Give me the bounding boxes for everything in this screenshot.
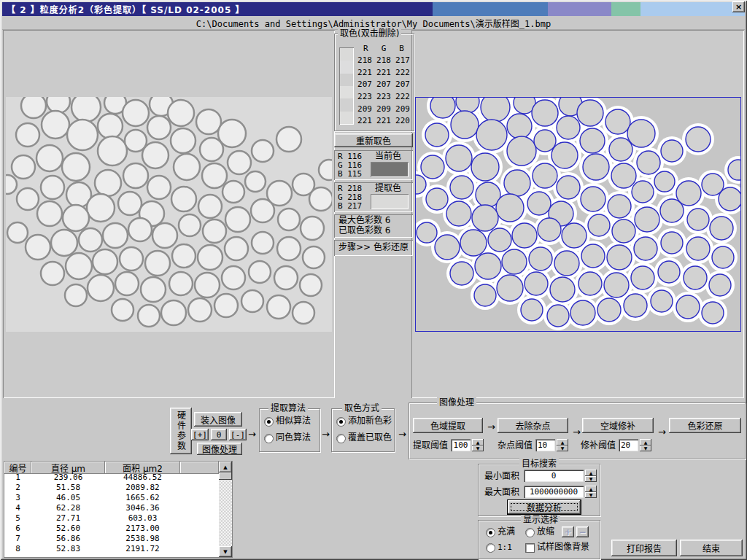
radio-one-to-one[interactable] [486,543,495,553]
spin-up-icon[interactable]: ▲ [585,486,597,492]
spin-up-icon[interactable]: ▲ [557,439,568,446]
sample-bg-checkbox[interactable] [525,543,535,553]
table-row[interactable]: 852.832191.72 [4,544,219,554]
remove-noise-button[interactable]: 去除杂点 [498,418,568,433]
table-row[interactable]: 1239.0644886.52 [4,472,219,483]
step-hint-label: 步骤>> 色彩还原 [338,243,409,252]
table-row[interactable]: 652.602173.00 [4,524,219,534]
scroll-up-icon[interactable]: ▲ [219,462,232,472]
repick-color-button[interactable]: 重新取色 [334,133,413,147]
zoom-out-button[interactable]: − [576,526,589,537]
radio-add-new-color[interactable] [336,417,346,427]
radio-fill[interactable] [486,528,495,537]
title-bar[interactable]: 【 2 】粒度分析2（彩色提取）【 SS/LD 02-2005 】 [2,2,745,16]
same-color-algorithm-label[interactable]: 同色算法 [276,433,311,443]
spin-down-icon[interactable]: ▼ [640,446,651,452]
picked-color-row[interactable]: 207207207 [355,78,412,90]
flow-arrow-icon: → [573,427,581,437]
table-row[interactable]: 251.582089.82 [4,483,219,493]
color-restore-button[interactable]: 色彩还原 [669,418,741,433]
radio-zoom[interactable] [525,528,535,537]
spin-down-icon[interactable]: ▼ [585,492,597,499]
spin-up-icon[interactable]: ▲ [472,439,484,446]
table-row[interactable]: 527.71603.03 [4,513,219,524]
picked-color-swatch[interactable] [340,98,353,111]
zoom-level-button[interactable]: 0 [211,429,227,440]
picked-color-swatch[interactable] [340,86,353,98]
repair-threshold-spinner[interactable]: ▲▼ [640,439,651,451]
processed-outline-image[interactable] [415,97,741,332]
picked-color-swatch[interactable] [340,61,353,73]
source-image-panel[interactable] [3,30,335,398]
zoom-plus-button[interactable]: [+] [191,429,209,440]
table-scrollbar[interactable]: ▲ ▼ [219,462,232,557]
extract-color-swatch [371,194,409,209]
sample-bg-label[interactable]: 试样图像背景 [537,542,589,552]
zoom-minus-button[interactable]: [-] [229,429,247,440]
table-row[interactable]: 756.862538.98 [4,534,219,544]
extract-threshold-spinner[interactable]: ▲▼ [472,439,484,451]
spin-down-icon[interactable]: ▼ [557,446,568,452]
picked-color-row[interactable]: 221221220 [355,114,412,127]
extract-b: B 217 [338,201,362,211]
print-report-button[interactable]: 打印报告 [611,540,677,556]
picked-color-swatch[interactable] [340,48,353,61]
table-row[interactable]: 346.051665.62 [4,493,219,503]
min-area-field[interactable]: 0 [524,470,584,482]
zoom-in-button[interactable]: + [562,526,574,537]
hardware-params-button[interactable]: 硬件参数 [170,408,192,454]
picked-color-row[interactable]: 209209209 [355,103,412,115]
color-count-panel: 最大色彩数 6 已取色彩数 6 [334,214,413,238]
processed-image-panel[interactable] [411,30,744,398]
spin-down-icon[interactable]: ▼ [585,476,597,483]
target-search-label: 目标搜索 [519,459,559,469]
scrollbar-thumb[interactable] [219,472,232,480]
picked-colors-group-label: 取色(双击删除) [338,28,401,39]
picked-color-row[interactable]: 218218217 [355,54,412,66]
add-new-color-label[interactable]: 添加新色彩 [348,416,392,426]
results-table-body[interactable]: 1239.0644886.52251.582089.82346.051665.6… [4,472,219,557]
radio-similar-algorithm[interactable] [264,417,274,427]
overwrite-color-label[interactable]: 覆盖已取色 [348,433,392,443]
picked-color-row[interactable]: 223223222 [355,90,412,103]
source-microscope-image[interactable] [6,97,332,332]
noise-threshold-spinner[interactable]: ▲▼ [557,439,568,451]
picked-color-row[interactable]: 221221222 [355,66,412,79]
spin-up-icon[interactable]: ▲ [640,439,651,446]
radio-overwrite-color[interactable] [336,434,346,443]
extract-threshold-label: 提取阈值 [413,441,448,451]
similar-algorithm-label[interactable]: 相似算法 [276,416,311,426]
one-to-one-label[interactable]: 1:1 [498,542,512,552]
picked-color-values: 2182182172212212222072072072232232222092… [355,54,412,127]
load-image-button[interactable]: 装入图像 [194,412,242,427]
spin-down-icon[interactable]: ▼ [472,446,484,452]
radio-same-color-algorithm[interactable] [264,434,274,443]
zoom-label[interactable]: 放缩 [537,527,554,537]
max-area-field[interactable]: 1000000000 [524,486,584,498]
scroll-down-icon[interactable]: ▼ [219,546,232,557]
extract-threshold-field[interactable]: 100 [451,439,471,451]
noise-threshold-field[interactable]: 10 [535,439,555,451]
spin-up-icon[interactable]: ▲ [585,470,597,476]
image-process-button[interactable]: 图像处理 [197,443,242,455]
pick-mode-group: 取色方式 添加新色彩 覆盖已取色 [331,408,395,452]
min-area-spinner[interactable]: ▲▼ [585,470,597,482]
current-color-swatch [371,162,409,177]
window-title: 【 2 】粒度分析2（彩色提取）【 SS/LD 02-2005 】 [2,3,244,15]
color-extract-button[interactable]: 色域提取 [413,418,483,433]
picked-color-swatch[interactable] [340,112,353,124]
data-analysis-button[interactable]: 数据分析 [508,500,581,514]
max-area-spinner[interactable]: ▲▼ [585,486,597,498]
close-icon[interactable]: × [732,1,745,12]
flow-arrow-icon: → [248,429,256,439]
repair-threshold-field[interactable]: 20 [619,439,638,451]
picked-color-strip[interactable] [339,47,354,125]
current-color-label: 当前色 [375,152,401,161]
picked-color-swatch[interactable] [340,74,353,86]
spatial-repair-button[interactable]: 空域修补 [582,418,654,433]
display-select-label: 显示选择 [521,515,560,525]
fill-label[interactable]: 充满 [498,527,515,537]
end-button[interactable]: 结束 [680,540,743,556]
results-table: 编号直径 μm面积 μm2 1239.0644886.52251.582089.… [4,462,232,557]
table-row[interactable]: 462.283046.36 [4,503,219,513]
